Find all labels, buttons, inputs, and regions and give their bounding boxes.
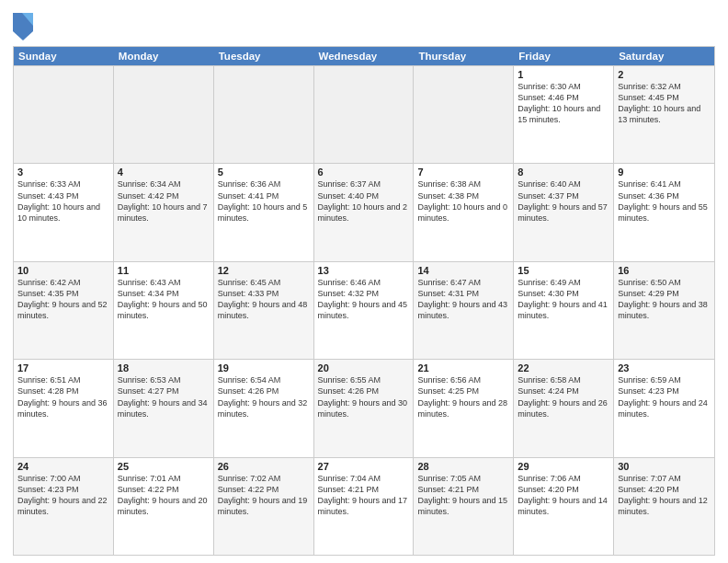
- empty-cell: [314, 66, 415, 163]
- day-info: Sunrise: 7:04 AM Sunset: 4:21 PM Dayligh…: [318, 473, 410, 518]
- day-cell-7: 7Sunrise: 6:38 AM Sunset: 4:38 PM Daylig…: [414, 164, 514, 260]
- day-cell-4: 4Sunrise: 6:34 AM Sunset: 4:42 PM Daylig…: [114, 164, 214, 260]
- day-cell-9: 9Sunrise: 6:41 AM Sunset: 4:36 PM Daylig…: [614, 164, 714, 260]
- day-number: 12: [218, 265, 310, 276]
- day-number: 2: [618, 69, 711, 80]
- day-info: Sunrise: 7:02 AM Sunset: 4:22 PM Dayligh…: [218, 473, 310, 518]
- day-number: 24: [17, 461, 109, 472]
- day-cell-29: 29Sunrise: 7:06 AM Sunset: 4:20 PM Dayli…: [514, 458, 614, 555]
- calendar-header: SundayMondayTuesdayWednesdayThursdayFrid…: [14, 47, 714, 65]
- empty-cell: [114, 66, 214, 163]
- day-info: Sunrise: 6:43 AM Sunset: 4:34 PM Dayligh…: [118, 277, 210, 322]
- day-number: 11: [118, 265, 210, 276]
- day-number: 7: [417, 167, 509, 178]
- day-number: 5: [218, 167, 310, 178]
- day-cell-21: 21Sunrise: 6:56 AM Sunset: 4:25 PM Dayli…: [414, 360, 514, 456]
- page: SundayMondayTuesdayWednesdayThursdayFrid…: [0, 0, 728, 563]
- day-cell-26: 26Sunrise: 7:02 AM Sunset: 4:22 PM Dayli…: [214, 458, 314, 555]
- day-info: Sunrise: 6:41 AM Sunset: 4:36 PM Dayligh…: [618, 178, 711, 224]
- day-info: Sunrise: 6:54 AM Sunset: 4:26 PM Dayligh…: [218, 374, 310, 419]
- day-number: 25: [118, 461, 210, 472]
- day-info: Sunrise: 6:46 AM Sunset: 4:32 PM Dayligh…: [318, 277, 410, 322]
- day-info: Sunrise: 6:42 AM Sunset: 4:35 PM Dayligh…: [17, 277, 109, 322]
- day-info: Sunrise: 6:56 AM Sunset: 4:25 PM Dayligh…: [417, 374, 509, 419]
- day-info: Sunrise: 6:49 AM Sunset: 4:30 PM Dayligh…: [518, 277, 609, 322]
- day-number: 22: [518, 362, 609, 373]
- day-info: Sunrise: 6:36 AM Sunset: 4:41 PM Dayligh…: [218, 178, 310, 224]
- day-cell-13: 13Sunrise: 6:46 AM Sunset: 4:32 PM Dayli…: [314, 262, 415, 359]
- day-cell-28: 28Sunrise: 7:05 AM Sunset: 4:21 PM Dayli…: [414, 458, 514, 555]
- day-info: Sunrise: 6:59 AM Sunset: 4:23 PM Dayligh…: [618, 374, 711, 419]
- header-cell-wednesday: Wednesday: [314, 47, 415, 65]
- day-info: Sunrise: 6:53 AM Sunset: 4:27 PM Dayligh…: [118, 374, 210, 419]
- day-cell-17: 17Sunrise: 6:51 AM Sunset: 4:28 PM Dayli…: [14, 360, 114, 456]
- day-number: 30: [618, 461, 711, 472]
- day-number: 1: [518, 69, 609, 80]
- day-number: 21: [417, 362, 509, 373]
- header-cell-tuesday: Tuesday: [214, 47, 314, 65]
- day-info: Sunrise: 7:05 AM Sunset: 4:21 PM Dayligh…: [417, 473, 509, 518]
- day-cell-15: 15Sunrise: 6:49 AM Sunset: 4:30 PM Dayli…: [514, 262, 614, 359]
- day-cell-5: 5Sunrise: 6:36 AM Sunset: 4:41 PM Daylig…: [214, 164, 314, 260]
- day-number: 10: [17, 265, 109, 276]
- header-cell-friday: Friday: [514, 47, 614, 65]
- day-cell-25: 25Sunrise: 7:01 AM Sunset: 4:22 PM Dayli…: [114, 458, 214, 555]
- header-cell-saturday: Saturday: [614, 47, 714, 65]
- day-info: Sunrise: 6:30 AM Sunset: 4:46 PM Dayligh…: [518, 81, 609, 126]
- day-info: Sunrise: 6:40 AM Sunset: 4:37 PM Dayligh…: [518, 178, 609, 224]
- empty-cell: [214, 66, 314, 163]
- day-info: Sunrise: 6:37 AM Sunset: 4:40 PM Dayligh…: [318, 178, 410, 224]
- day-info: Sunrise: 7:06 AM Sunset: 4:20 PM Dayligh…: [518, 473, 609, 518]
- day-number: 8: [518, 167, 609, 178]
- day-number: 28: [417, 461, 509, 472]
- day-number: 20: [318, 362, 410, 373]
- day-cell-18: 18Sunrise: 6:53 AM Sunset: 4:27 PM Dayli…: [114, 360, 214, 456]
- day-info: Sunrise: 6:32 AM Sunset: 4:45 PM Dayligh…: [618, 81, 711, 126]
- day-cell-20: 20Sunrise: 6:55 AM Sunset: 4:26 PM Dayli…: [314, 360, 415, 456]
- day-info: Sunrise: 6:50 AM Sunset: 4:29 PM Dayligh…: [618, 277, 711, 322]
- logo-icon: [13, 13, 31, 39]
- week-row-2: 3Sunrise: 6:33 AM Sunset: 4:43 PM Daylig…: [14, 163, 714, 260]
- day-cell-11: 11Sunrise: 6:43 AM Sunset: 4:34 PM Dayli…: [114, 262, 214, 359]
- day-info: Sunrise: 6:55 AM Sunset: 4:26 PM Dayligh…: [318, 374, 410, 419]
- day-info: Sunrise: 6:33 AM Sunset: 4:43 PM Dayligh…: [17, 178, 109, 224]
- day-cell-23: 23Sunrise: 6:59 AM Sunset: 4:23 PM Dayli…: [614, 360, 714, 456]
- header-cell-thursday: Thursday: [414, 47, 514, 65]
- day-number: 9: [618, 167, 711, 178]
- week-row-4: 17Sunrise: 6:51 AM Sunset: 4:28 PM Dayli…: [14, 359, 714, 456]
- day-number: 16: [618, 265, 711, 276]
- day-number: 26: [218, 461, 310, 472]
- week-row-1: 1Sunrise: 6:30 AM Sunset: 4:46 PM Daylig…: [14, 65, 714, 163]
- day-number: 17: [17, 362, 109, 373]
- day-cell-8: 8Sunrise: 6:40 AM Sunset: 4:37 PM Daylig…: [514, 164, 614, 260]
- day-info: Sunrise: 6:58 AM Sunset: 4:24 PM Dayligh…: [518, 374, 609, 419]
- empty-cell: [14, 66, 114, 163]
- day-number: 13: [318, 265, 410, 276]
- day-number: 4: [118, 167, 210, 178]
- day-number: 27: [318, 461, 410, 472]
- day-number: 18: [118, 362, 210, 373]
- day-info: Sunrise: 6:38 AM Sunset: 4:38 PM Dayligh…: [417, 178, 509, 224]
- day-cell-22: 22Sunrise: 6:58 AM Sunset: 4:24 PM Dayli…: [514, 360, 614, 456]
- day-number: 15: [518, 265, 609, 276]
- day-info: Sunrise: 6:45 AM Sunset: 4:33 PM Dayligh…: [218, 277, 310, 322]
- week-row-5: 24Sunrise: 7:00 AM Sunset: 4:23 PM Dayli…: [14, 457, 714, 555]
- logo: [13, 13, 34, 39]
- header: [13, 9, 715, 39]
- header-cell-sunday: Sunday: [14, 47, 114, 65]
- day-cell-27: 27Sunrise: 7:04 AM Sunset: 4:21 PM Dayli…: [314, 458, 415, 555]
- day-number: 23: [618, 362, 711, 373]
- day-info: Sunrise: 6:34 AM Sunset: 4:42 PM Dayligh…: [118, 178, 210, 224]
- day-cell-10: 10Sunrise: 6:42 AM Sunset: 4:35 PM Dayli…: [14, 262, 114, 359]
- day-cell-16: 16Sunrise: 6:50 AM Sunset: 4:29 PM Dayli…: [614, 262, 714, 359]
- day-info: Sunrise: 6:51 AM Sunset: 4:28 PM Dayligh…: [17, 374, 109, 419]
- day-info: Sunrise: 7:07 AM Sunset: 4:20 PM Dayligh…: [618, 473, 711, 518]
- day-cell-19: 19Sunrise: 6:54 AM Sunset: 4:26 PM Dayli…: [214, 360, 314, 456]
- day-number: 19: [218, 362, 310, 373]
- day-info: Sunrise: 6:47 AM Sunset: 4:31 PM Dayligh…: [417, 277, 509, 322]
- day-number: 29: [518, 461, 609, 472]
- empty-cell: [414, 66, 514, 163]
- day-cell-30: 30Sunrise: 7:07 AM Sunset: 4:20 PM Dayli…: [614, 458, 714, 555]
- day-cell-1: 1Sunrise: 6:30 AM Sunset: 4:46 PM Daylig…: [514, 66, 614, 163]
- day-cell-3: 3Sunrise: 6:33 AM Sunset: 4:43 PM Daylig…: [14, 164, 114, 260]
